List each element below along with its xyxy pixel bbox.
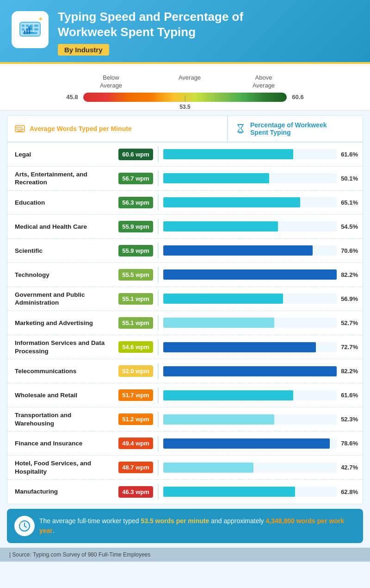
table-row: Technology 55.5 wpm 82.2%	[7, 263, 363, 287]
bar-track	[163, 390, 337, 400]
industry-name: Marketing and Advertising	[7, 315, 114, 331]
wpm-cell: 55.9 wpm	[114, 218, 158, 235]
wpm-badge: 51.2 wpm	[118, 413, 153, 425]
bar-fill	[163, 390, 293, 400]
industry-name: Technology	[7, 267, 114, 283]
pct-col-header-label: Percentage of Workweek Spent Typing	[250, 121, 327, 136]
clock-icon	[18, 520, 31, 532]
bar-fill	[163, 438, 330, 449]
col-pct-header: Percentage of Workweek Spent Typing	[227, 116, 363, 142]
source-text: | Source: Typing.com Survey of 980 Full-…	[9, 551, 150, 558]
table-row: Hotel, Food Services, and Hospitality 48…	[7, 456, 363, 480]
footer-highlight1: 53.5 words per minute	[141, 517, 209, 525]
average-label: Average	[153, 74, 227, 90]
pct-label: 56.9%	[340, 295, 358, 302]
wpm-cell: 55.1 wpm	[114, 314, 158, 332]
svg-rect-8	[34, 28, 38, 31]
bar-track	[163, 269, 337, 280]
color-scale-bar: 53.5	[83, 93, 287, 102]
svg-rect-20	[20, 129, 24, 130]
industry-name: Information Services and Data Processing	[7, 335, 114, 359]
table-body: Legal 60.6 wpm 61.6% Arts, Entertainment…	[7, 143, 363, 504]
wpm-badge: 60.6 wpm	[118, 149, 153, 160]
main-table: Average Words Typed per Minute Percentag…	[7, 115, 363, 504]
bar-fill	[163, 342, 316, 352]
scale-container: 45.8 53.5 60.6	[18, 93, 352, 102]
svg-rect-1	[22, 25, 25, 27]
bar-fill	[163, 149, 293, 159]
table-row: Legal 60.6 wpm 61.6%	[7, 143, 363, 167]
bar-track	[163, 318, 337, 328]
wpm-badge: 46.3 wpm	[118, 486, 153, 498]
bar-fill	[163, 173, 269, 183]
industry-name: Manufacturing	[7, 484, 114, 500]
scale-mid: 53.5	[179, 104, 190, 110]
svg-rect-5	[22, 28, 25, 31]
industry-name: Wholesale and Retail	[7, 388, 114, 403]
header-text: Typing Speed and Percentage of Workweek …	[58, 9, 358, 62]
pct-label: 61.6%	[340, 392, 358, 399]
bar-track	[163, 294, 337, 304]
wpm-badge: 55.1 wpm	[118, 293, 153, 305]
pct-cell: 70.6%	[158, 243, 363, 258]
page-title: Typing Speed and Percentage of Workweek …	[58, 9, 358, 39]
wpm-badge: 55.1 wpm	[118, 317, 153, 329]
wpm-badge: 51.7 wpm	[118, 389, 153, 401]
svg-rect-15	[16, 127, 18, 128]
table-row: Information Services and Data Processing…	[7, 335, 363, 359]
bar-fill	[163, 366, 337, 376]
table-row: Scientific 55.9 wpm 70.6%	[7, 239, 363, 263]
industry-name: Government and Public Administration	[7, 287, 114, 311]
industry-name: Finance and Insurance	[7, 436, 114, 451]
wpm-badge: 52.0 wpm	[118, 365, 153, 377]
wpm-cell: 55.5 wpm	[114, 266, 158, 283]
bar-track	[163, 414, 337, 425]
pct-cell: 82.2%	[158, 363, 363, 379]
industry-name: Legal	[7, 147, 114, 163]
svg-rect-13	[29, 27, 30, 34]
header-icon: ✦	[12, 11, 49, 48]
wpm-cell: 54.6 wpm	[114, 338, 158, 356]
table-row: Telecommunications 52.0 wpm 82.2%	[7, 359, 363, 383]
wpm-cell: 60.6 wpm	[114, 146, 158, 163]
above-average-label: AboveAverage	[227, 74, 301, 90]
wpm-badge: 56.7 wpm	[118, 173, 153, 184]
wpm-cell: 55.9 wpm	[114, 242, 158, 259]
table-row: Education 56.3 wpm 65.1%	[7, 191, 363, 215]
pct-cell: 72.7%	[158, 339, 363, 355]
bar-fill	[163, 269, 337, 280]
bar-track	[163, 245, 337, 256]
footer-text-before: The average full-time worker typed	[39, 517, 141, 525]
industry-name: Scientific	[7, 243, 114, 259]
legend-labels: BelowAverage Average AboveAverage	[18, 74, 352, 90]
footer-clock-icon	[14, 516, 35, 536]
wpm-badge: 48.7 wpm	[118, 462, 153, 473]
col-wpm-header: Average Words Typed per Minute	[7, 116, 183, 142]
scale-max: 60.6	[290, 94, 305, 100]
bar-fill	[163, 197, 300, 207]
wpm-badge: 54.6 wpm	[118, 341, 153, 353]
svg-rect-4	[34, 25, 38, 27]
pct-cell: 61.6%	[158, 388, 363, 403]
bar-track	[163, 221, 337, 231]
industry-name: Medical and Health Care	[7, 219, 114, 235]
pct-cell: 50.1%	[158, 170, 363, 186]
legend-section: BelowAverage Average AboveAverage 45.8 5…	[0, 64, 370, 111]
industry-name: Telecommunications	[7, 363, 114, 379]
pct-cell: 52.3%	[158, 412, 363, 427]
table-row: Medical and Health Care 55.9 wpm 54.5%	[7, 215, 363, 239]
svg-rect-16	[18, 127, 20, 128]
source-bar: | Source: Typing.com Survey of 980 Full-…	[0, 548, 370, 562]
bar-track	[163, 487, 337, 497]
svg-rect-18	[16, 129, 18, 130]
wpm-cell: 51.2 wpm	[114, 411, 158, 428]
table-row: Wholesale and Retail 51.7 wpm 61.6%	[7, 383, 363, 407]
wpm-cell: 46.3 wpm	[114, 483, 158, 500]
svg-rect-17	[20, 127, 22, 128]
wpm-badge: 56.3 wpm	[118, 197, 153, 208]
below-average-label: BelowAverage	[69, 74, 153, 90]
bar-fill	[163, 294, 283, 304]
keyboard-col-icon	[15, 124, 25, 134]
pct-cell: 65.1%	[158, 194, 363, 210]
svg-rect-12	[26, 29, 28, 34]
